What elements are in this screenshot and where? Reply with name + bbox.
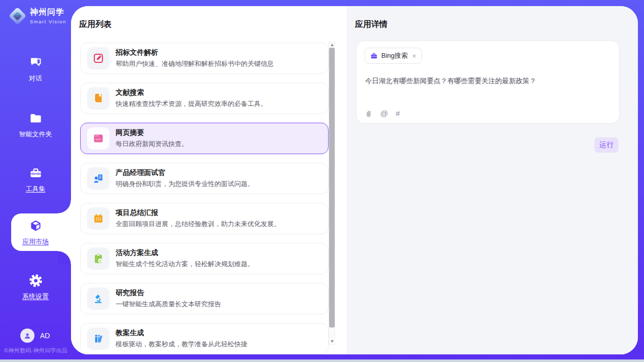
sidebar-item-chat[interactable]: 对话 — [0, 56, 71, 83]
main-container: 应用列表 招标文件解析 帮助用户快速、准确地理解和解析招标书中的关键信息 — [71, 6, 638, 354]
sidebar-item-label: 智能文件夹 — [0, 130, 71, 139]
app-detail-title: 应用详情 — [355, 19, 387, 30]
interviewer-icon — [87, 167, 110, 190]
app-item-desc: 快速精准查找学术资源，提高研究效率的必备工具。 — [116, 99, 267, 108]
user-avatar-icon — [20, 329, 34, 343]
sidebar-item-label: 对话 — [0, 74, 71, 83]
attachment-toolbar: @ # — [365, 109, 400, 118]
close-icon[interactable]: × — [412, 52, 416, 60]
copyright-footer: ©神州数码·神州问学出品 — [4, 347, 72, 354]
list-scrollbar[interactable] — [329, 42, 335, 345]
user-account[interactable]: AD — [20, 329, 50, 343]
app-item-desc: 智能生成个性化活动方案，轻松解决规划难题。 — [116, 260, 254, 269]
logo-subtitle: Smart Vision — [30, 19, 66, 24]
app-item-title: 项目总结汇报 — [116, 208, 280, 218]
sidebar-item-app-market[interactable]: 应用市场 — [0, 219, 71, 246]
clipboard-check-icon — [87, 247, 110, 270]
paperclip-icon[interactable] — [365, 110, 373, 118]
sidebar-item-label: 应用市场 — [0, 237, 71, 246]
app-list-item-bid-parse[interactable]: 招标文件解析 帮助用户快速、准确地理解和解析招标书中的关键信息 — [80, 43, 329, 74]
toolbox-icon — [29, 166, 43, 180]
app-list-item-lesson-plan[interactable]: 教案生成 模板驱动，教案秒成，教学准备从此轻松快捷 — [80, 323, 329, 354]
webpage-code-icon: </> — [87, 127, 110, 150]
app-item-desc: 帮助用户快速、准确地理解和解析招标书中的关键信息 — [116, 59, 274, 68]
sidebar-item-label: 工具集 — [0, 185, 71, 194]
user-initials: AD — [40, 332, 50, 340]
tool-tag-label: Bing搜索 — [381, 51, 408, 60]
app-item-title: 产品经理面试官 — [116, 168, 254, 177]
app-list-item-pm-interviewer[interactable]: 产品经理面试官 明确身份和职责，为您提供专业性的面试问题。 — [80, 163, 329, 194]
document-edit-icon — [87, 47, 110, 69]
active-tab-curve-bottom — [58, 251, 71, 264]
tool-tag-bing-search[interactable]: Bing搜索 × — [365, 48, 422, 64]
app-item-title: 文献搜索 — [116, 88, 267, 97]
app-list-item-project-summary[interactable]: 项目总结汇报 全面回顾项目进展，总结经验教训，助力未来优化发展。 — [80, 203, 329, 234]
logo-title: 神州问学 — [30, 7, 66, 18]
folder-icon — [29, 112, 43, 125]
query-text-input[interactable]: 今日湖北有哪些新闻要点？有哪些需要关注的最新政策？ — [365, 77, 612, 86]
app-list-item-webpage-summary[interactable]: </> 网页摘要 每日政府新闻资讯快查。 — [80, 123, 329, 154]
app-detail-panel: 应用详情 Bing搜索 × 今日湖北有哪些新闻要点？有哪些需要关注的最新政策？ — [347, 6, 638, 354]
scrollbar-thumb[interactable] — [329, 48, 335, 328]
sidebar-item-smart-folder[interactable]: 智能文件夹 — [0, 112, 71, 139]
gear-icon — [29, 274, 43, 287]
sidebar: 神州问学 Smart Vision 对话 智能文件夹 — [0, 0, 71, 362]
app-item-desc: 全面回顾项目进展，总结经验教训，助力未来优化发展。 — [116, 220, 280, 229]
app-item-desc: 模板驱动，教案秒成，教学准备从此轻松快捷 — [116, 340, 247, 349]
app-item-desc: 一键智能生成高质量长文本研究报告 — [116, 300, 221, 309]
app-list: 招标文件解析 帮助用户快速、准确地理解和解析招标书中的关键信息 文献搜索 快速精… — [80, 43, 329, 354]
book-icon — [87, 87, 110, 110]
active-tab-curve-top — [58, 200, 71, 213]
scroll-up-icon[interactable] — [331, 44, 334, 46]
app-item-title: 研究报告 — [116, 288, 221, 298]
app-list-panel: 应用列表 招标文件解析 帮助用户快速、准确地理解和解析招标书中的关键信息 — [71, 6, 347, 354]
app-item-desc: 明确身份和职责，为您提供专业性的面试问题。 — [116, 179, 254, 189]
app-logo: 神州问学 Smart Vision — [8, 7, 66, 24]
mention-icon[interactable]: @ — [380, 109, 388, 118]
app-item-title: 活动方案生成 — [116, 248, 254, 258]
bottom-edge-strip — [0, 359, 644, 362]
sidebar-item-toolset[interactable]: 工具集 — [0, 166, 71, 194]
sidebar-item-system-settings[interactable]: 系统设置 — [0, 274, 71, 301]
app-list-item-research-report[interactable]: 研究报告 一键智能生成高质量长文本研究报告 — [80, 283, 329, 314]
report-calendar-icon — [87, 207, 110, 230]
run-button[interactable]: 运行 — [594, 137, 619, 153]
cube-icon — [29, 219, 43, 233]
sidebar-item-label: 系统设置 — [0, 292, 71, 301]
microscope-icon — [87, 287, 110, 310]
logo-diamond-icon — [9, 7, 26, 24]
books-icon — [87, 328, 110, 350]
app-item-title: 网页摘要 — [116, 128, 188, 137]
app-item-title: 招标文件解析 — [116, 48, 274, 57]
briefcase-icon — [370, 52, 378, 60]
svg-text:</>: </> — [95, 137, 101, 141]
app-list-item-activity-plan[interactable]: 活动方案生成 智能生成个性化活动方案，轻松解决规划难题。 — [80, 243, 329, 274]
app-detail-card: Bing搜索 × 今日湖北有哪些新闻要点？有哪些需要关注的最新政策？ @ # — [356, 41, 620, 124]
chat-icon — [29, 56, 43, 69]
app-item-desc: 每日政府新闻资讯快查。 — [116, 139, 188, 149]
app-list-title: 应用列表 — [79, 19, 112, 30]
app-item-title: 教案生成 — [116, 329, 247, 338]
scroll-down-icon[interactable] — [331, 340, 334, 343]
app-list-item-literature-search[interactable]: 文献搜索 快速精准查找学术资源，提高研究效率的必备工具。 — [80, 83, 329, 114]
hash-icon[interactable]: # — [396, 109, 400, 118]
